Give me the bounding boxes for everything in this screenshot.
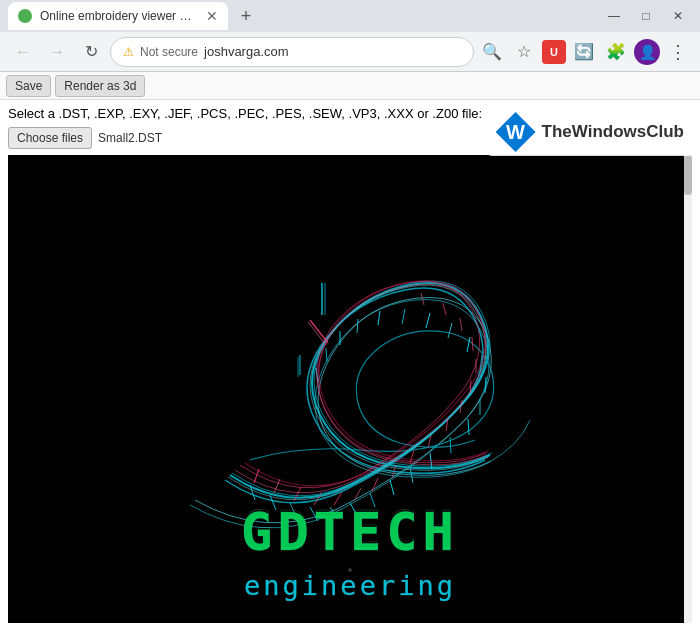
browser-window: Online embroidery viewer and c ✕ + — □ ✕…	[0, 0, 700, 643]
toolbar: Save Render as 3d	[0, 72, 700, 100]
nav-right: 🔍 ☆ U 🔄 🧩 👤 ⋮	[478, 38, 692, 66]
bookmark-star-button[interactable]: ☆	[510, 38, 538, 66]
watermark: W TheWindowsClub	[488, 108, 692, 156]
address-url: joshvarga.com	[204, 44, 289, 59]
security-icon: ⚠	[123, 45, 134, 59]
forward-button[interactable]: →	[42, 37, 72, 67]
ublock-button[interactable]: U	[542, 40, 566, 64]
scroll-thumb[interactable]	[684, 155, 692, 195]
minimize-button[interactable]: —	[600, 2, 628, 30]
embroidery-svg: GDTECH GDTECH GDTECH engineering enginee…	[8, 155, 692, 623]
security-label: Not secure	[140, 45, 198, 59]
back-button[interactable]: ←	[8, 37, 38, 67]
menu-button[interactable]: ⋮	[664, 38, 692, 66]
search-icon-button[interactable]: 🔍	[478, 38, 506, 66]
svg-text:engineering: engineering	[244, 570, 456, 601]
svg-text:GDTECH: GDTECH	[241, 500, 459, 560]
watermark-text: TheWindowsClub	[542, 122, 684, 142]
window-controls: — □ ✕	[600, 2, 692, 30]
page-content: W TheWindowsClub Select a .DST, .EXP, .E…	[0, 100, 700, 643]
close-button[interactable]: ✕	[664, 2, 692, 30]
address-bar[interactable]: ⚠ Not secure joshvarga.com	[110, 37, 474, 67]
save-button[interactable]: Save	[6, 75, 51, 97]
choose-files-button[interactable]: Choose files	[8, 127, 92, 149]
nav-bar: ← → ↻ ⚠ Not secure joshvarga.com 🔍 ☆ U 🔄…	[0, 32, 700, 72]
title-bar: Online embroidery viewer and c ✕ + — □ ✕	[0, 0, 700, 32]
new-tab-button[interactable]: +	[232, 2, 260, 30]
browser-tab[interactable]: Online embroidery viewer and c ✕	[8, 2, 228, 30]
svg-point-55	[348, 568, 352, 572]
render-3d-button[interactable]: Render as 3d	[55, 75, 145, 97]
reload-button[interactable]: ↻	[76, 37, 106, 67]
watermark-logo-icon: W	[496, 112, 536, 152]
maximize-button[interactable]: □	[632, 2, 660, 30]
title-bar-left: Online embroidery viewer and c ✕ +	[8, 2, 596, 30]
profile-button[interactable]: 👤	[634, 39, 660, 65]
extension-button[interactable]: 🔄	[570, 38, 598, 66]
embroidery-canvas-area: GDTECH GDTECH GDTECH engineering enginee…	[8, 155, 692, 623]
tab-title: Online embroidery viewer and c	[40, 9, 198, 23]
selected-file-name: Small2.DST	[98, 131, 162, 145]
scroll-track	[684, 155, 692, 623]
svg-point-0	[20, 11, 30, 21]
tab-favicon	[18, 9, 32, 23]
tab-close-button[interactable]: ✕	[206, 8, 218, 24]
puzzle-button[interactable]: 🧩	[602, 38, 630, 66]
